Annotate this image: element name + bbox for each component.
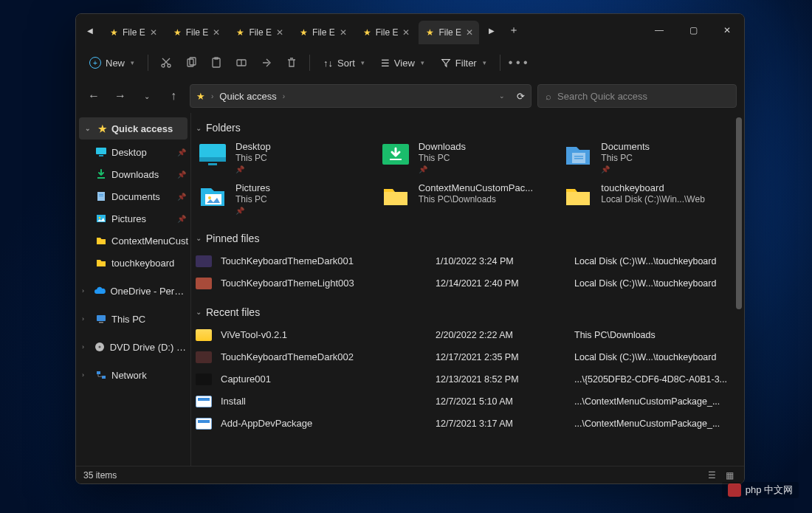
address-bar[interactable]: ★ › Quick access › ⌄ ⟳ [190, 84, 531, 108]
close-button[interactable]: ✕ [710, 14, 744, 47]
tab-scroll-left[interactable]: ◀ [79, 27, 101, 35]
pic-icon [95, 213, 107, 224]
share-button[interactable] [255, 51, 278, 75]
file-row[interactable]: Add-AppDevPackage12/7/2021 3:17 AM...\Co… [196, 413, 737, 435]
svg-rect-28 [574, 158, 583, 159]
close-tab-icon[interactable]: ✕ [213, 27, 220, 38]
chevron-right-icon: › [82, 343, 89, 351]
window-controls: — ▢ ✕ [642, 14, 744, 47]
file-location: Local Disk (C:)\W...\touchkeyboard [574, 256, 737, 266]
sidebar-network[interactable]: › Network [76, 364, 190, 386]
folder-item[interactable]: DocumentsThis PC📌 [561, 140, 737, 176]
sidebar-item-label: Downloads [111, 169, 159, 180]
tab[interactable]: ★File E✕ [356, 21, 416, 44]
section-recent-files[interactable]: ⌄Recent files [196, 302, 737, 324]
file-row[interactable]: TouchKeyboardThemeLight00312/14/2021 2:4… [196, 272, 737, 295]
pin-icon: 📌 [601, 165, 650, 175]
file-location: Local Disk (C:)\W...\touchkeyboard [574, 278, 737, 289]
sidebar-item[interactable]: Pictures📌 [76, 207, 190, 230]
chevron-down-icon: ▾ [361, 59, 365, 66]
delete-button[interactable] [280, 51, 303, 75]
refresh-button[interactable]: ⟳ [517, 91, 525, 102]
svg-point-30 [208, 196, 211, 199]
scrollbar[interactable] [736, 117, 742, 461]
folder-item[interactable]: DesktopThis PC📌 [196, 140, 371, 176]
close-tab-icon[interactable]: ✕ [402, 27, 410, 38]
svg-rect-9 [97, 177, 105, 179]
network-icon [95, 369, 107, 381]
folder-icon [380, 182, 411, 210]
breadcrumb-sep-icon: › [283, 92, 285, 100]
sidebar-dvd-drive[interactable]: › DVD Drive (D:) CCCO [76, 336, 190, 358]
cut-button[interactable] [154, 51, 178, 75]
tab-label: File E [376, 27, 399, 38]
thumbnails-view-button[interactable]: ▦ [722, 469, 737, 481]
file-row[interactable]: TouchKeyboardThemeDark0011/10/2022 3:24 … [196, 250, 737, 272]
folder-item[interactable]: ContextMenuCustomPac...This PC\Downloads [379, 181, 554, 218]
star-icon: ★ [363, 27, 371, 38]
details-view-button[interactable]: ☰ [704, 469, 719, 481]
add-tab-button[interactable]: ＋ [503, 24, 525, 37]
sort-button[interactable]: ↑↓ Sort ▾ [316, 51, 372, 75]
close-tab-icon[interactable]: ✕ [340, 27, 347, 38]
content-scroll[interactable]: ⌄Folders DesktopThis PC📌DownloadsThis PC… [191, 113, 744, 466]
sidebar-item[interactable]: touchkeyboard [76, 252, 190, 274]
scrollbar-thumb[interactable] [736, 117, 742, 309]
close-tab-icon[interactable]: ✕ [276, 27, 283, 38]
sidebar-this-pc[interactable]: › This PC [76, 308, 190, 330]
status-bar: 35 items ☰ ▦ [76, 466, 744, 483]
view-button[interactable]: ☰ View ▾ [374, 51, 432, 75]
filter-button[interactable]: Filter ▾ [433, 51, 494, 75]
file-row[interactable]: TouchKeyboardThemeDark00212/17/2021 2:35… [196, 346, 737, 368]
sidebar-quick-access[interactable]: ⌄ ★ Quick access [79, 117, 187, 140]
folder-item[interactable]: DownloadsThis PC📌 [379, 140, 554, 176]
address-dropdown[interactable]: ⌄ [499, 92, 505, 100]
folder-icon [95, 235, 107, 247]
back-button[interactable]: ← [83, 85, 104, 107]
file-name: ViVeTool-v0.2.1 [221, 329, 430, 340]
file-date: 12/7/2021 5:10 AM [436, 396, 568, 407]
sidebar-item[interactable]: ContextMenuCust [76, 230, 190, 252]
sidebar-onedrive[interactable]: › OneDrive - Personal [76, 280, 190, 302]
file-row[interactable]: Install12/7/2021 5:10 AM...\ContextMenuC… [196, 390, 737, 413]
rename-button[interactable] [230, 51, 253, 75]
tab-label: File E [249, 27, 272, 38]
paste-button[interactable] [204, 51, 228, 75]
star-icon: ★ [98, 123, 107, 134]
recent-dropdown[interactable]: ⌄ [137, 85, 157, 107]
minimize-button[interactable]: — [642, 14, 676, 47]
sidebar-item[interactable]: Desktop📌 [76, 141, 190, 163]
file-row[interactable]: Capture00112/13/2021 8:52 PM...\{5205DFB… [196, 368, 737, 390]
section-pinned-files[interactable]: ⌄Pinned files [196, 228, 737, 250]
tab[interactable]: ★File E✕ [229, 21, 289, 44]
sidebar-item[interactable]: Downloads📌 [76, 163, 190, 185]
folder-item[interactable]: touchkeyboardLocal Disk (C:)\Win...\Web [561, 181, 737, 218]
more-button[interactable]: • • • [506, 51, 530, 75]
search-box[interactable]: ⌕ Search Quick access [537, 84, 737, 108]
sidebar-item[interactable]: Documents📌 [76, 185, 190, 207]
folder-item[interactable]: PicturesThis PC📌 [196, 181, 371, 218]
new-button[interactable]: + New ▾ [82, 51, 142, 75]
svg-rect-23 [208, 163, 217, 165]
sort-icon: ↑↓ [323, 58, 333, 69]
tab-scroll-right[interactable]: ▶ [481, 27, 503, 35]
file-name: TouchKeyboardThemeDark001 [221, 255, 430, 266]
tab[interactable]: ★File E✕ [419, 21, 479, 44]
file-explorer-window: ◀ ★File E✕★File E✕★File E✕★File E✕★File … [75, 13, 745, 484]
close-tab-icon[interactable]: ✕ [466, 27, 473, 38]
this-pc-label: This PC [111, 314, 145, 325]
close-tab-icon[interactable]: ✕ [150, 27, 157, 38]
file-row[interactable]: ViVeTool-v0.2.12/20/2022 2:22 AMThis PC\… [196, 324, 737, 346]
copy-button[interactable] [179, 51, 203, 75]
up-button[interactable]: ↑ [163, 85, 184, 107]
section-folders[interactable]: ⌄Folders [196, 117, 737, 140]
pin-icon: 📌 [177, 193, 186, 201]
tab[interactable]: ★File E✕ [103, 21, 163, 44]
forward-button[interactable]: → [110, 85, 131, 107]
breadcrumb-location[interactable]: Quick access [219, 91, 276, 102]
maximize-button[interactable]: ▢ [676, 14, 710, 47]
download-icon [380, 141, 411, 169]
svg-rect-19 [97, 371, 100, 374]
tab[interactable]: ★File E✕ [292, 21, 353, 44]
tab[interactable]: ★File E✕ [166, 21, 227, 44]
